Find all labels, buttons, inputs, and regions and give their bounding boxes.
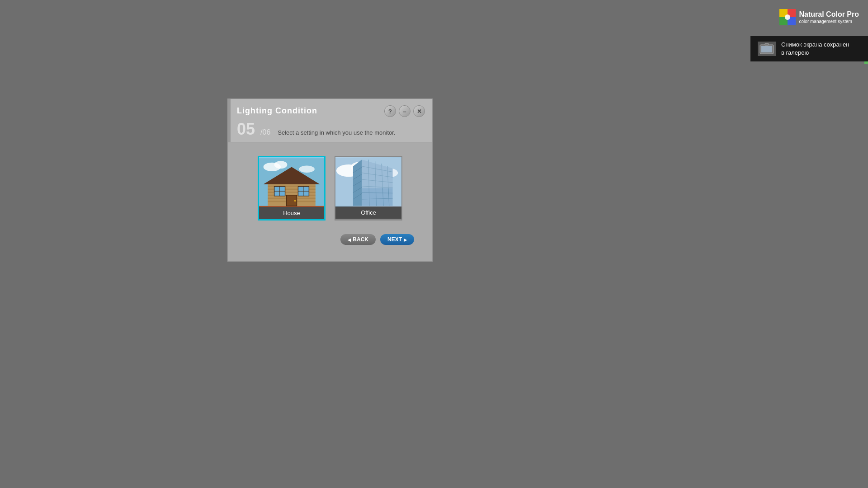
back-arrow-icon	[348, 236, 351, 243]
house-illustration	[259, 157, 324, 207]
option-house[interactable]: House	[258, 156, 326, 221]
dialog-header: Lighting Condition ? – ✕ 05 /06 Select a…	[228, 99, 432, 142]
back-button[interactable]: BACK	[340, 234, 376, 245]
dialog-footer: BACK NEXT	[246, 234, 414, 252]
svg-point-27	[294, 200, 296, 202]
screenshot-text: Снимок экрана сохранен в галерею	[781, 41, 849, 57]
office-image	[335, 157, 401, 206]
screenshot-notification: Снимок экрана сохранен в галерею	[750, 36, 868, 61]
step-row: 05 /06 Select a setting in which you use…	[237, 119, 423, 137]
brand-name: Natural Color Pro color management syste…	[799, 10, 859, 24]
minimize-button[interactable]: –	[399, 105, 410, 117]
help-button[interactable]: ?	[384, 105, 396, 117]
svg-point-11	[299, 166, 315, 173]
screenshot-icon	[758, 42, 776, 56]
next-label: NEXT	[387, 236, 402, 243]
office-illustration	[335, 157, 401, 206]
dialog-controls: ? – ✕	[384, 105, 425, 117]
svg-point-10	[274, 161, 288, 169]
close-button[interactable]: ✕	[413, 105, 425, 117]
lighting-condition-dialog: Lighting Condition ? – ✕ 05 /06 Select a…	[227, 99, 433, 262]
brand-area: Natural Color Pro color management syste…	[779, 9, 859, 28]
svg-rect-7	[765, 43, 769, 45]
svg-rect-6	[761, 46, 772, 52]
house-label: House	[259, 207, 324, 219]
dialog-body: House	[228, 142, 432, 261]
step-description: Select a setting in which you use the mo…	[278, 129, 395, 136]
brand-logo: Natural Color Pro color management syste…	[779, 9, 859, 25]
svg-point-4	[785, 14, 790, 20]
office-label: Office	[335, 206, 401, 219]
back-label: BACK	[353, 236, 368, 243]
next-button[interactable]: NEXT	[380, 234, 414, 245]
house-image	[259, 157, 324, 207]
step-current: 05	[237, 121, 255, 137]
option-office[interactable]: Office	[335, 156, 402, 221]
brand-logo-icon	[779, 9, 796, 25]
next-arrow-icon	[404, 236, 407, 243]
svg-marker-44	[353, 160, 362, 206]
step-total: /06	[260, 128, 270, 136]
header-stripe	[228, 99, 231, 142]
options-row: House	[246, 156, 414, 221]
